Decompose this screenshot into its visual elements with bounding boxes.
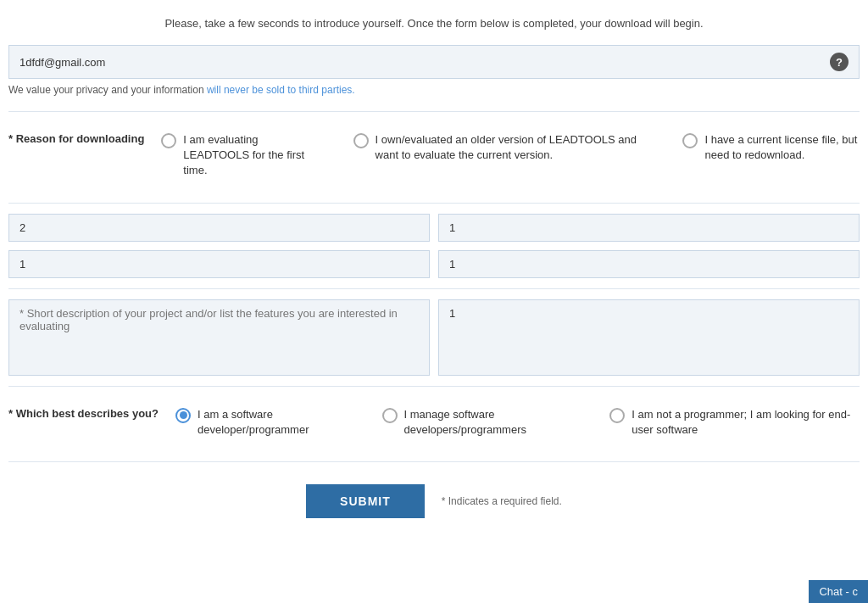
field-row1-right[interactable]: 1 — [438, 214, 860, 242]
which-radio-3[interactable] — [609, 408, 625, 423]
field-row2-right[interactable]: 1 — [438, 250, 860, 278]
privacy-link[interactable]: will never be sold to third parties. — [207, 84, 355, 96]
reason-label: * Reason for downloading — [8, 132, 144, 145]
fields-row-2: 1 1 — [8, 250, 860, 278]
field-row2-left[interactable]: 1 — [8, 250, 430, 278]
chat-button[interactable]: Chat - c — [809, 580, 868, 603]
reason-option-1[interactable]: I am evaluating LEADTOOLS for the first … — [161, 132, 319, 179]
reason-radio-1[interactable] — [161, 133, 176, 148]
which-option-2[interactable]: I manage software developers/programmers — [382, 407, 576, 438]
textarea-row: 1 — [8, 299, 860, 376]
which-label: * Which best describes you? — [8, 407, 159, 420]
divider-2 — [8, 203, 860, 204]
which-radio-2[interactable] — [382, 408, 398, 423]
reason-radio-2[interactable] — [353, 133, 369, 148]
which-options: I am a software developer/programmer I m… — [175, 407, 860, 438]
reason-section: * Reason for downloading I am evaluating… — [8, 122, 860, 193]
divider-4 — [8, 386, 860, 387]
divider-3 — [8, 288, 860, 289]
project-description-field[interactable] — [8, 299, 430, 376]
fields-row-1: 2 1 — [8, 214, 860, 242]
reason-radio-3[interactable] — [682, 133, 698, 148]
which-radio-1[interactable] — [175, 408, 191, 423]
reason-option-3[interactable]: I have a current license file, but need … — [682, 132, 860, 179]
page-wrapper: Please, take a few seconds to introduce … — [0, 0, 868, 603]
intro-message: Please, take a few seconds to introduce … — [164, 17, 703, 30]
which-section: * Which best describes you? I am a softw… — [8, 397, 860, 451]
help-icon[interactable]: ? — [830, 53, 849, 71]
intro-text: Please, take a few seconds to introduce … — [8, 17, 860, 30]
submit-row: SUBMIT * Indicates a required field. — [8, 472, 860, 530]
submit-button[interactable]: SUBMIT — [306, 484, 425, 518]
privacy-text: We value your privacy and your informati… — [8, 84, 860, 96]
which-option-1[interactable]: I am a software developer/programmer — [175, 407, 348, 438]
email-row: ? — [8, 45, 860, 79]
reason-options: I am evaluating LEADTOOLS for the first … — [161, 132, 860, 179]
email-field[interactable] — [19, 56, 830, 69]
field-row1-left[interactable]: 2 — [8, 214, 430, 242]
project-right-field[interactable]: 1 — [438, 299, 860, 376]
divider-5 — [8, 461, 860, 462]
which-option-3[interactable]: I am not a programmer; I am looking for … — [609, 407, 860, 438]
divider-1 — [8, 111, 860, 112]
reason-option-2[interactable]: I own/evaluated an older version of LEAD… — [353, 132, 649, 179]
required-note: * Indicates a required field. — [442, 495, 562, 507]
